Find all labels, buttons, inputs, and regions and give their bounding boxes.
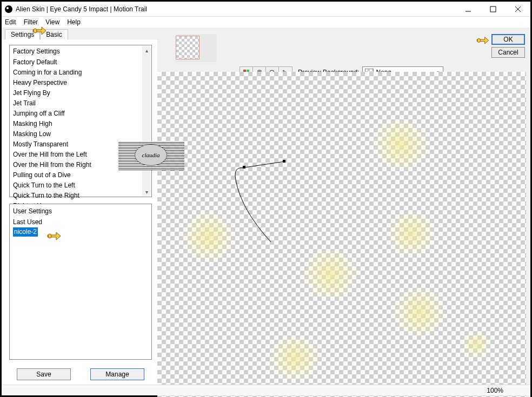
watermark-text: claudia [135, 144, 167, 166]
maximize-button[interactable] [481, 2, 506, 16]
svg-rect-13 [283, 160, 285, 163]
preview-blob [460, 331, 493, 358]
list-item[interactable]: Factory Default [10, 57, 151, 68]
svg-point-4 [34, 29, 37, 33]
list-item[interactable]: Jet Flying By [10, 88, 151, 98]
list-item[interactable]: Heavy Perspective [10, 78, 151, 88]
svg-rect-1 [490, 6, 496, 12]
preview-blob [368, 120, 433, 169]
close-button[interactable] [506, 2, 530, 16]
user-settings-list[interactable]: User Settings Last Used nicole-2 [9, 204, 152, 360]
zoom-level: 100% [487, 387, 503, 394]
user-header: User Settings [13, 205, 148, 217]
list-item[interactable]: Last Used [13, 217, 148, 227]
save-button[interactable]: Save [17, 368, 71, 380]
scroll-down-icon[interactable]: ▾ [142, 187, 151, 196]
button-row: Save Manage [9, 366, 152, 380]
motion-trail-curve[interactable] [233, 158, 309, 245]
scroll-up-icon[interactable]: ▴ [142, 46, 151, 55]
list-item[interactable]: Masking High [10, 119, 151, 129]
list-item[interactable]: Quick Turn to the Right [10, 191, 151, 201]
annotation-pointer-icon [475, 35, 490, 44]
minimize-button[interactable] [456, 2, 481, 16]
annotation-pointer-icon [46, 230, 62, 239]
app-icon [5, 5, 12, 13]
titlebar: Alien Skin | Eye Candy 5 Impact | Motion… [2, 2, 530, 17]
menu-edit[interactable]: Edit [5, 18, 16, 26]
window-title: Alien Skin | Eye Candy 5 Impact | Motion… [16, 5, 456, 13]
svg-rect-14 [243, 166, 245, 169]
menubar: Edit Filter View Help [2, 17, 530, 28]
menu-view[interactable]: View [45, 18, 59, 26]
svg-line-15 [245, 162, 284, 167]
manage-button[interactable]: Manage [90, 368, 144, 380]
cancel-button[interactable]: Cancel [491, 47, 525, 58]
tabs: Settings Basic [2, 28, 530, 39]
list-item-selected[interactable]: nicole-2 [13, 227, 38, 237]
svg-point-12 [477, 38, 480, 42]
left-panel: Factory Settings Factory Default Coming … [2, 39, 157, 385]
window-buttons [456, 2, 530, 16]
scrollbar[interactable]: ▴ ▾ [142, 46, 151, 196]
factory-header: Factory Settings [10, 45, 151, 57]
list-item[interactable]: Masking Low [10, 129, 151, 139]
window: Alien Skin | Eye Candy 5 Impact | Motion… [0, 0, 532, 397]
preview-blob [384, 212, 438, 255]
right-area: Preview Background: None ▾ OK Cancel [157, 39, 530, 397]
thumbnail-area [176, 34, 217, 62]
annotation-pointer-icon [32, 24, 47, 35]
preview-blob [265, 337, 325, 380]
preview-blob [298, 250, 363, 299]
thumbnail[interactable] [176, 36, 200, 59]
list-item[interactable]: Coming in for a Landing [10, 68, 151, 78]
ok-button[interactable]: OK [491, 34, 525, 45]
statusbar: 100% [2, 385, 530, 395]
menu-help[interactable]: Help [67, 18, 81, 26]
preview-canvas[interactable] [157, 72, 526, 397]
list-item[interactable]: Jumping off a Cliff [10, 109, 151, 119]
list-item[interactable]: Quick Turn to the Left [10, 180, 151, 191]
action-buttons: OK Cancel [475, 34, 525, 58]
watermark: claudia [118, 141, 184, 170]
preview-blob [179, 212, 238, 261]
svg-point-5 [48, 234, 51, 238]
preview-blob [390, 288, 449, 337]
list-item[interactable]: Jet Trail [10, 98, 151, 109]
factory-settings-list[interactable]: Factory Settings Factory Default Coming … [9, 45, 152, 197]
main-area: Factory Settings Factory Default Coming … [2, 39, 530, 385]
list-item[interactable]: Pulling out of a Dive [10, 170, 151, 180]
